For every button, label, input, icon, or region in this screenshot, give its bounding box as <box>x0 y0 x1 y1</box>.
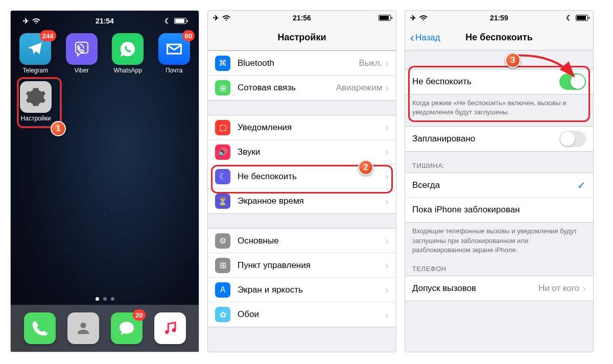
app-mail[interactable]: 60 Почта <box>157 33 192 74</box>
status-time: 21:59 <box>490 14 508 22</box>
badge: 20 <box>133 309 145 321</box>
wifi-icon <box>419 14 428 22</box>
screen-home: ✈︎ 21:54 ☾ 244 Telegram <box>10 10 199 352</box>
row-label: Запланировано <box>412 134 559 144</box>
row-silence-always[interactable]: Всегда ✓ <box>405 173 593 198</box>
dock: 20 <box>11 305 199 352</box>
music-icon <box>154 312 186 344</box>
moon-icon: ☾ <box>215 169 230 184</box>
app-label: WhatsApp <box>114 67 142 74</box>
silence-footer: Входящие телефонные вызовы и уведомления… <box>405 223 593 255</box>
airplane-icon: ✈︎ <box>23 17 29 25</box>
contacts-icon <box>67 312 99 344</box>
chevron-right-icon: › <box>385 82 389 94</box>
wifi-icon <box>32 17 40 25</box>
chevron-right-icon: › <box>385 284 389 296</box>
notifications-icon: ▢ <box>215 120 230 135</box>
row-label: Не беспокоить <box>412 77 559 87</box>
app-label: Viber <box>75 67 89 74</box>
airplane-icon: ✈︎ <box>213 14 219 22</box>
badge: 244 <box>40 30 56 41</box>
airplane-icon: ✈︎ <box>410 14 416 22</box>
hourglass-icon: ⏳ <box>215 193 230 209</box>
gear-icon: ⚙ <box>215 233 230 249</box>
bluetooth-icon: ⌘ <box>215 56 230 71</box>
chevron-right-icon: › <box>385 122 389 133</box>
nav-header: ‹ Назад Не беспокоить <box>405 25 593 51</box>
battery-icon <box>174 18 186 24</box>
dock-messages[interactable]: 20 <box>111 312 143 344</box>
row-wallpaper[interactable]: ✿ Обои › <box>208 302 396 327</box>
back-button[interactable]: ‹ Назад <box>410 31 440 45</box>
row-label: Звуки <box>238 147 385 157</box>
row-label: Уведомления <box>238 123 385 133</box>
app-viber[interactable]: Viber <box>64 33 100 74</box>
app-settings[interactable]: Настройки <box>18 81 54 122</box>
step-marker-3: 3 <box>505 53 521 68</box>
chevron-right-icon: › <box>385 57 389 69</box>
scheduled-toggle[interactable] <box>559 131 586 147</box>
row-label: Допуск вызовов <box>412 283 538 294</box>
row-allow-calls[interactable]: Допуск вызовов Ни от кого › <box>405 276 593 301</box>
switches-icon: ⊞ <box>215 258 230 273</box>
app-label: Настройки <box>21 115 51 122</box>
chevron-right-icon: › <box>385 309 389 321</box>
row-cellular[interactable]: ⊞ Сотовая связь Авиарежим › <box>208 76 396 100</box>
dock-contacts[interactable] <box>67 312 99 344</box>
app-whatsapp[interactable]: WhatsApp <box>110 33 146 74</box>
app-telegram[interactable]: 244 Telegram <box>18 33 53 74</box>
silence-header: ТИШИНА: <box>405 152 593 173</box>
row-label: Обои <box>238 309 385 320</box>
row-scheduled: Запланировано <box>405 127 593 151</box>
chevron-right-icon: › <box>385 196 389 207</box>
row-silence-locked[interactable]: Пока iPhone заблокирован <box>405 198 593 222</box>
dnd-toggle[interactable] <box>559 74 586 90</box>
row-label: Пока iPhone заблокирован <box>412 205 586 215</box>
dock-phone[interactable] <box>24 312 56 344</box>
whatsapp-icon <box>112 33 144 65</box>
row-control-center[interactable]: ⊞ Пункт управления › <box>208 253 396 278</box>
row-value: Выкл. <box>359 58 382 68</box>
status-time: 21:54 <box>96 17 114 25</box>
screen-settings: ✈︎ 21:56 Настройки ⌘ Bluetooth Выкл. › ⊞… <box>207 10 396 352</box>
viber-icon <box>66 33 98 65</box>
row-notifications[interactable]: ▢ Уведомления › <box>208 115 396 140</box>
row-screentime[interactable]: ⏳ Экранное время › <box>208 189 396 213</box>
row-value: Авиарежим <box>336 83 383 93</box>
back-label: Назад <box>415 33 440 43</box>
dock-music[interactable] <box>154 312 186 344</box>
page-title: Не беспокоить <box>465 32 533 43</box>
wifi-icon <box>222 14 230 22</box>
row-display[interactable]: A Экран и яркость › <box>208 278 396 302</box>
gear-icon <box>20 81 52 113</box>
svg-point-1 <box>165 330 169 334</box>
battery-icon <box>379 15 391 21</box>
svg-point-0 <box>80 323 86 328</box>
row-bluetooth[interactable]: ⌘ Bluetooth Выкл. › <box>208 51 396 76</box>
row-value: Ни от кого <box>538 283 579 294</box>
chevron-right-icon: › <box>385 235 389 247</box>
svg-point-2 <box>172 328 176 332</box>
phone-icon <box>24 312 56 344</box>
badge: 60 <box>182 30 195 41</box>
status-bar: ✈︎ 21:56 <box>208 11 396 25</box>
nav-header: Настройки <box>208 25 396 51</box>
chevron-right-icon: › <box>385 259 389 271</box>
row-general[interactable]: ⚙ Основные › <box>208 229 396 253</box>
moon-icon: ☾ <box>164 17 171 25</box>
app-label: Telegram <box>23 67 48 74</box>
row-label: Пункт управления <box>238 260 385 271</box>
dnd-footer: Когда режим «Не беспокоить» включен, выз… <box>405 94 593 117</box>
status-bar: ✈︎ 21:59 ☾ <box>405 11 593 25</box>
row-label: Всегда <box>412 180 577 190</box>
step-marker-1: 1 <box>51 121 66 136</box>
status-time: 21:56 <box>293 14 311 22</box>
antenna-icon: ⊞ <box>215 80 230 95</box>
row-label: Основные <box>238 236 385 246</box>
status-bar: ✈︎ 21:54 ☾ <box>18 14 192 28</box>
step-marker-2: 2 <box>358 160 373 175</box>
flower-icon: ✿ <box>215 307 230 322</box>
chevron-right-icon: › <box>582 282 586 294</box>
chevron-right-icon: › <box>385 146 389 158</box>
page-indicator[interactable] <box>11 297 199 301</box>
